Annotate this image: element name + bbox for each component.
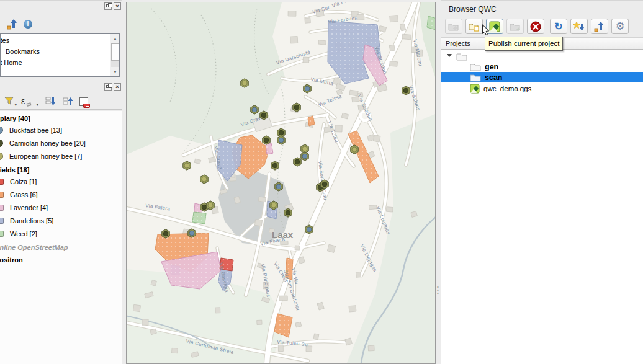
map-canvas[interactable]: Via DarschlatéVia SutVia PlaunaVia Farbu… [126,2,436,364]
collapse-all-button[interactable] [591,19,608,34]
expression-filter-button[interactable]: ε ▾ [21,95,34,108]
dock-splitter[interactable]: ••• [436,0,441,364]
apiary-marker-buckfast[interactable] [301,152,308,161]
legend-group[interactable]: Fields [18] [0,162,122,175]
toolbar-separator [547,20,547,32]
apiary-marker-carniolan[interactable] [402,86,410,95]
apiary-marker-carniolan[interactable] [263,136,270,144]
refresh-icon: ↻ [554,22,562,32]
legend-item[interactable]: Weed [2] [0,227,122,240]
info-button[interactable]: i [24,18,36,30]
apiary-marker-carniolan[interactable] [321,180,328,189]
qgis-window: × i FavoritesBookmarksProject Home ▲ [0,0,643,364]
eraser-icon [26,102,31,107]
legend-item[interactable]: Grass [6] [0,188,122,201]
apiary-marker-buckfast[interactable] [251,105,258,114]
browser-list[interactable]: FavoritesBookmarksProject Home ▲ ▼ [0,33,120,77]
splitter-handle-icon: ••• [437,285,439,295]
legend-group[interactable]: Positron [0,252,122,265]
apiary-marker-carniolan[interactable] [294,158,301,166]
folder-icon [470,73,481,82]
remove-layer-icon [79,97,88,106]
tree-item-scan[interactable]: scan [441,72,643,82]
apiary-marker-carniolan[interactable] [162,229,169,238]
projects-tree: gen scan qwc_demo.qgs [441,50,643,364]
tooltip-label: Publish current project [488,40,559,47]
browser-item[interactable]: Bookmarks [1,45,119,56]
left-dock: × i FavoritesBookmarksProject Home ▲ [0,0,122,364]
legend-item[interactable]: Carniolan honey bee [20] [0,136,122,149]
apiary-marker-carniolan[interactable] [271,161,279,170]
float-panel-button[interactable] [104,2,112,10]
collapse-all-button[interactable] [62,95,74,108]
legend-swatch [0,192,4,198]
close-panel-button[interactable]: × [114,83,121,91]
legend-item[interactable]: Buckfast bee [13] [0,123,122,136]
qwc-toolbar: ↻ ⚙ [441,19,643,35]
tree-item-gen[interactable]: gen [441,61,643,72]
layers-panel: × ▾ ε ▾ [0,80,122,364]
scrollbar-up-button[interactable]: ▲ [110,34,120,43]
legend-group[interactable]: Apiary [40] [0,111,122,123]
expand-arrow-icon[interactable] [447,54,452,57]
close-panel-button[interactable]: × [114,2,121,10]
filter-legend-button[interactable]: ▾ [4,95,16,108]
close-icon: × [115,3,119,9]
legend-item[interactable]: Colza [1] [0,175,122,188]
delete-button[interactable] [527,19,544,34]
legend-label: Buckfast bee [13] [9,127,62,134]
remove-layer-button[interactable] [79,95,92,108]
projects-header-label: Projects [446,40,470,47]
legend-label: Lavender [4] [10,204,48,211]
apiary-marker-european[interactable] [351,145,358,154]
settings-button[interactable]: ⚙ [611,19,629,34]
apiary-marker-buckfast[interactable] [188,229,196,237]
panel-splitter[interactable]: ······ [0,76,122,80]
apiary-marker-european[interactable] [183,161,191,170]
legend-group[interactable]: Online OpenStreetMap [0,240,122,252]
publish-project-icon [489,21,500,32]
apiary-marker-european[interactable] [200,175,208,184]
close-icon: × [115,84,119,90]
legend-item[interactable]: Lavender [4] [0,201,122,214]
expand-all-button[interactable] [45,95,57,108]
scrollbar-down-button[interactable]: ▼ [110,67,120,76]
tree-item-qwc-demo[interactable]: qwc_demo.qgs [441,83,643,94]
star-arrow-icon [573,21,585,32]
expand-all-icon [45,95,57,108]
refresh-button[interactable]: ↻ [550,19,567,34]
apiary-marker-european[interactable] [270,201,277,210]
expand-favorites-button[interactable] [570,19,588,34]
tree-item-root[interactable] [441,51,643,61]
legend-item[interactable]: Dandelions [5] [0,214,122,227]
legend-label: Colza [1] [10,178,37,185]
dropdown-arrow-icon: ▾ [36,102,38,107]
legend-label: Weed [2] [10,230,37,237]
panel-title: Browser QWC [449,5,497,14]
float-panel-button[interactable] [104,83,112,91]
legend-swatch [0,231,4,237]
apiary-marker-buckfast[interactable] [277,136,285,144]
publish-folder-button[interactable] [445,19,462,34]
scrollbar-thumb[interactable] [111,43,119,61]
legend-item[interactable]: European honey bee [7] [0,149,122,162]
legend-swatch [0,179,4,185]
apiary-marker-carniolan[interactable] [284,208,292,217]
legend-swatch [0,218,4,224]
browser-item[interactable]: Project Home [1,56,119,68]
apiary-marker-european[interactable] [241,79,248,87]
apiary-marker-buckfast[interactable] [275,182,282,191]
collapse-all-button[interactable] [6,18,19,30]
apiary-marker-buckfast[interactable] [304,84,311,93]
browser-item[interactable]: Favorites [1,34,119,45]
apiary-marker-european[interactable] [207,201,214,210]
apiary-marker-buckfast[interactable] [305,225,313,234]
qwc-browser-panel: Browser QWC [441,0,643,364]
apiary-marker-carniolan[interactable] [260,111,268,120]
scrollbar[interactable]: ▲ ▼ [110,34,119,76]
gear-icon: ⚙ [615,22,624,32]
folder-disabled-icon [448,22,459,32]
load-project-button[interactable] [506,19,524,34]
map-svg: Via DarschlatéVia SutVia PlaunaVia Farbu… [127,2,435,363]
apiary-marker-carniolan[interactable] [293,103,300,112]
